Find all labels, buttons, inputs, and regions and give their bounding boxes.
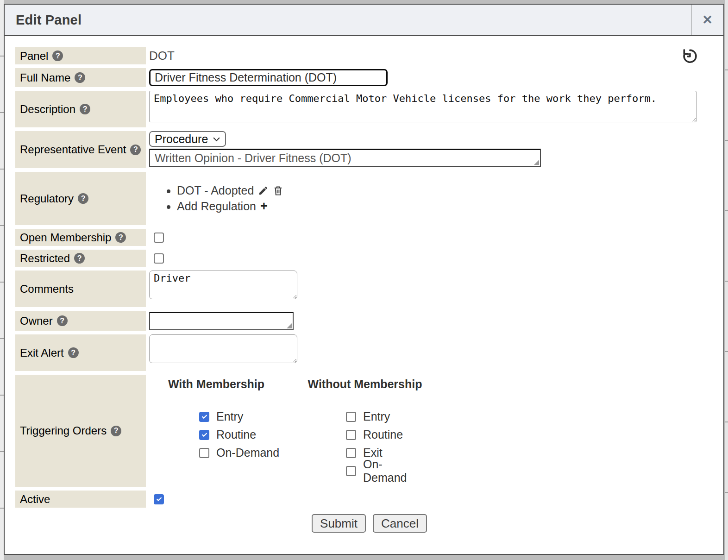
representative-event-label: Representative Event <box>20 143 126 156</box>
owner-row: Owner ? <box>15 311 723 331</box>
with-membership-header: With Membership <box>149 378 283 391</box>
description-textarea[interactable]: Employees who require Commercial Motor V… <box>149 91 697 122</box>
representative-event-value: Written Opinion - Driver Fitness (DOT) <box>155 151 351 165</box>
delete-trash-icon[interactable] <box>273 185 283 196</box>
representative-event-row: Representative Event ? Procedure Written… <box>15 131 723 168</box>
triggering-orders-label: Triggering Orders <box>20 424 107 437</box>
full-name-label-cell: Full Name ? <box>15 68 146 87</box>
event-type-selected: Procedure <box>155 132 208 146</box>
description-row: Description ? Employees who require Comm… <box>15 91 723 127</box>
with-ondemand-option: On-Demand <box>199 444 283 462</box>
add-plus-icon[interactable]: + <box>260 200 268 213</box>
help-icon[interactable]: ? <box>111 426 121 436</box>
without-membership-column: Without Membership Entry <box>304 378 426 480</box>
full-name-row: Full Name ? <box>15 68 723 87</box>
owner-label: Owner <box>20 315 53 327</box>
without-routine-checkbox[interactable] <box>346 430 356 440</box>
regulatory-row: Regulatory ? DOT - Adopted <box>15 172 723 225</box>
active-row: Active <box>15 491 723 508</box>
regulatory-label-cell: Regulatory ? <box>15 172 146 225</box>
submit-button[interactable]: Submit <box>312 514 366 533</box>
owner-label-cell: Owner ? <box>15 311 146 331</box>
panel-label-cell: Panel ? <box>15 47 146 64</box>
exit-alert-textarea[interactable] <box>149 334 297 363</box>
exit-alert-label: Exit Alert <box>20 346 64 359</box>
without-routine-label: Routine <box>363 428 403 441</box>
with-entry-option: Entry <box>199 408 283 426</box>
exit-alert-label-cell: Exit Alert ? <box>15 334 146 371</box>
help-icon[interactable]: ? <box>130 145 141 155</box>
help-icon[interactable]: ? <box>78 193 88 204</box>
help-icon[interactable]: ? <box>80 104 90 114</box>
panel-value: DOT <box>149 49 175 63</box>
active-label: Active <box>20 493 50 506</box>
comments-row: Comments Driver <box>15 271 723 307</box>
page-background-left <box>0 0 4 560</box>
full-name-label: Full Name <box>20 71 70 84</box>
edit-pencil-icon[interactable] <box>258 185 269 196</box>
close-button[interactable]: ✕ <box>691 5 723 35</box>
help-icon[interactable]: ? <box>68 347 79 358</box>
open-membership-row: Open Membership ? <box>15 229 723 246</box>
comments-textarea[interactable]: Driver <box>149 271 297 299</box>
without-entry-option: Entry <box>346 408 426 426</box>
edit-panel-form: Panel ? DOT Full Name ? <box>5 36 723 533</box>
regulatory-item-text: DOT - Adopted <box>177 184 254 197</box>
with-ondemand-label: On-Demand <box>216 446 279 459</box>
regulatory-item: DOT - Adopted <box>177 184 283 197</box>
with-routine-option: Routine <box>199 426 283 444</box>
dialog-title: Edit Panel <box>5 5 691 35</box>
help-icon[interactable]: ? <box>75 72 85 83</box>
exit-alert-row: Exit Alert ? <box>15 334 723 371</box>
owner-combobox[interactable] <box>149 312 294 330</box>
without-entry-checkbox[interactable] <box>346 412 356 422</box>
help-icon[interactable]: ? <box>52 50 63 61</box>
add-regulation-item: Add Regulation + <box>177 200 283 213</box>
without-ondemand-checkbox[interactable] <box>346 466 356 476</box>
cancel-button[interactable]: Cancel <box>373 514 427 533</box>
restricted-label: Restricted <box>20 252 70 265</box>
edit-panel-dialog: Edit Panel ✕ Panel ? DOT <box>4 4 724 555</box>
add-regulation-label: Add Regulation <box>177 200 256 213</box>
without-exit-checkbox[interactable] <box>346 448 356 458</box>
without-entry-label: Entry <box>363 410 390 423</box>
panel-row: Panel ? DOT <box>15 47 723 64</box>
with-routine-checkbox[interactable] <box>199 430 209 440</box>
chevron-down-icon <box>213 137 220 142</box>
triggering-orders-label-cell: Triggering Orders ? <box>15 375 146 487</box>
active-checkbox[interactable] <box>154 494 164 504</box>
history-icon[interactable] <box>681 48 698 64</box>
description-label-cell: Description ? <box>15 91 146 127</box>
without-routine-option: Routine <box>346 426 426 444</box>
open-membership-label: Open Membership <box>20 231 111 244</box>
representative-event-combobox[interactable]: Written Opinion - Driver Fitness (DOT) <box>149 149 541 167</box>
close-icon: ✕ <box>702 14 713 26</box>
help-icon[interactable]: ? <box>74 253 85 264</box>
without-membership-header: Without Membership <box>304 378 426 391</box>
help-icon[interactable]: ? <box>115 232 126 243</box>
dialog-header: Edit Panel ✕ <box>5 5 723 36</box>
comments-label-cell: Comments <box>15 271 146 307</box>
representative-event-label-cell: Representative Event ? <box>15 131 146 168</box>
triggering-orders-row: Triggering Orders ? With Membership Entr… <box>15 375 723 487</box>
restricted-label-cell: Restricted ? <box>15 250 146 267</box>
without-ondemand-label: On-Demand <box>363 458 426 484</box>
active-label-cell: Active <box>15 491 146 508</box>
regulatory-list: DOT - Adopted Add Regulation + <box>149 184 283 215</box>
full-name-input[interactable] <box>149 69 388 86</box>
open-membership-checkbox[interactable] <box>154 233 164 243</box>
form-actions: Submit Cancel <box>15 514 723 533</box>
description-label: Description <box>20 103 75 116</box>
panel-label: Panel <box>20 50 48 63</box>
help-icon[interactable]: ? <box>57 315 68 326</box>
restricted-row: Restricted ? <box>15 250 723 267</box>
with-routine-label: Routine <box>216 428 256 441</box>
restricted-checkbox[interactable] <box>154 253 164 264</box>
with-ondemand-checkbox[interactable] <box>199 448 209 458</box>
event-type-select[interactable]: Procedure <box>149 131 226 147</box>
open-membership-label-cell: Open Membership ? <box>15 229 146 246</box>
comments-label: Comments <box>20 283 74 296</box>
page-background-right <box>725 0 728 560</box>
with-membership-column: With Membership Entry <box>149 378 283 480</box>
with-entry-checkbox[interactable] <box>199 412 209 422</box>
